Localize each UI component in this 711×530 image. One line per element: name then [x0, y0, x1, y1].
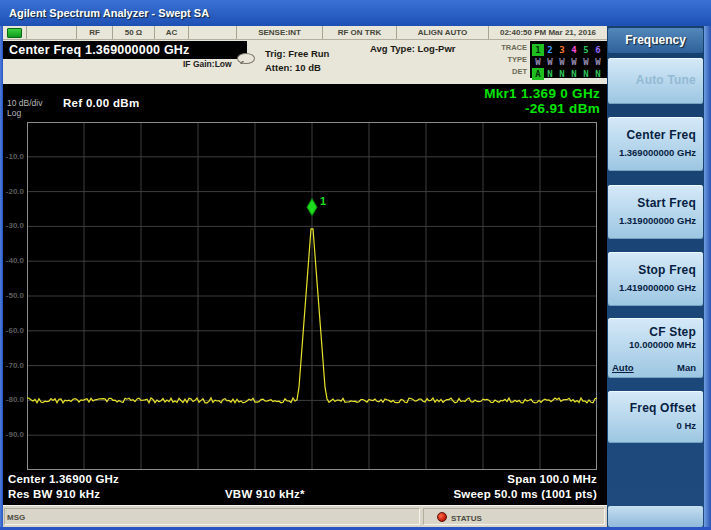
avg-type-label: Avg Type: Log-Pwr: [370, 43, 456, 54]
y-axis-label: -70.0: [3, 361, 24, 370]
status-cell-blank-2: [189, 26, 237, 39]
lan-indicator-cell: [3, 26, 27, 39]
message-field: [4, 508, 420, 525]
annot-span: Span 100.0 MHz: [507, 473, 597, 485]
y-axis-label: -20.0: [3, 187, 24, 196]
bottom-status-bar: MSG STATUS: [3, 505, 607, 527]
type-row-label: TYPE: [470, 54, 527, 66]
status-cell-rf-on: RF ON TRK: [323, 26, 397, 39]
status-cell-align: ALIGN AUTO: [397, 26, 489, 39]
trace-det-5: N: [580, 68, 592, 80]
trigger-label: Trig: Free Run: [265, 48, 329, 59]
trace-det-3: N: [556, 68, 568, 80]
status-cell-blank-1: [27, 26, 77, 39]
if-gain-label: IF Gain:Low: [183, 59, 232, 69]
trace-det-6: N: [592, 68, 604, 80]
marker-readout: Mkr1 1.369 0 GHz -26.91 dBm: [484, 86, 600, 116]
trace-row-label: TRACE: [470, 42, 527, 54]
scale-mode-label: Log: [7, 108, 21, 118]
trace-det-2: N: [544, 68, 556, 80]
spectrum-display: Mkr1 1.369 0 GHz -26.91 dBm 10 dB/div Lo…: [3, 84, 607, 505]
annotation-bubble-icon: [237, 53, 255, 64]
status-bar: RF 50 Ω AC SENSE:INT RF ON TRK ALIGN AUT…: [3, 26, 607, 40]
scale-per-div-label: 10 dB/div: [7, 98, 42, 108]
spectrum-plot: 1: [27, 122, 597, 470]
softkey-cf-step[interactable]: CF Step 10.000000 MHz Auto Man: [608, 318, 703, 378]
panel-bottom-strip: [608, 506, 703, 527]
y-axis-label: -50.0: [3, 291, 24, 300]
marker-amplitude: -26.91 dBm: [484, 101, 600, 116]
annot-sweep: Sweep 50.0 ms (1001 pts): [453, 488, 597, 500]
status-cell-datetime: 02:40:50 PM Mar 21, 2016: [489, 26, 607, 39]
status-cell-rf: RF: [77, 26, 113, 39]
status-cell-sense: SENSE:INT: [237, 26, 323, 39]
softkey-start-freq[interactable]: Start Freq 1.319000000 GHz: [608, 185, 703, 239]
center-freq-readout: Center Freq 1.369000000 GHz: [3, 41, 247, 59]
y-axis-label: -80.0: [3, 395, 24, 404]
atten-label: Atten: 10 dB: [265, 62, 321, 73]
cf-step-auto[interactable]: Auto: [612, 362, 634, 373]
window-title: Agilent Spectrum Analyzer - Swept SA: [0, 0, 711, 26]
softkey-panel: Frequency Auto Tune Center Freq 1.369000…: [607, 26, 704, 527]
cf-step-man[interactable]: Man: [677, 362, 696, 373]
det-row-label: DET: [470, 66, 527, 78]
marker-1-diamond-icon: [307, 199, 317, 216]
ref-level-label: Ref 0.00 dBm: [63, 97, 139, 109]
marker-1-number: 1: [320, 195, 326, 207]
trace-det-4: N: [568, 68, 580, 80]
status-label: STATUS: [451, 514, 482, 523]
marker-freq: Mkr1 1.369 0 GHz: [484, 86, 600, 101]
lan-status-icon: [7, 28, 22, 38]
softkey-auto-tune[interactable]: Auto Tune: [608, 58, 703, 104]
trace-status-block: 123456WWWWWWANNNNN: [530, 41, 607, 78]
annot-vbw: VBW 910 kHz*: [225, 488, 305, 500]
status-icon: [437, 512, 447, 522]
status-cell-coupling: AC: [155, 26, 189, 39]
softkey-stop-freq[interactable]: Stop Freq 1.419000000 GHz: [608, 252, 703, 306]
app-window: Agilent Spectrum Analyzer - Swept SA RF …: [0, 0, 711, 530]
y-axis-label: -30.0: [3, 221, 24, 230]
menu-header-frequency: Frequency: [608, 28, 703, 53]
trace-det-1: A: [532, 68, 544, 80]
y-axis-label: -90.0: [3, 430, 24, 439]
y-axis-label: -10.0: [3, 152, 24, 161]
window-border-left: [0, 26, 3, 527]
y-axis-label: -40.0: [3, 256, 24, 265]
trace-block-labels: TRACE TYPE DET: [470, 42, 527, 78]
window-border-right: [704, 26, 711, 527]
msg-label: MSG: [7, 513, 25, 522]
cf-step-auto-man-toggle[interactable]: Auto Man: [608, 362, 703, 373]
annot-res-bw: Res BW 910 kHz: [8, 488, 100, 500]
annot-center-freq: Center 1.36900 GHz: [8, 473, 119, 485]
y-axis-label: -60.0: [3, 326, 24, 335]
status-cell-impedance: 50 Ω: [113, 26, 155, 39]
measurement-bar: Center Freq 1.369000000 GHz IF Gain:Low …: [3, 40, 607, 84]
softkey-freq-offset[interactable]: Freq Offset 0 Hz: [608, 391, 703, 443]
softkey-center-freq[interactable]: Center Freq 1.369000000 GHz: [608, 117, 703, 171]
